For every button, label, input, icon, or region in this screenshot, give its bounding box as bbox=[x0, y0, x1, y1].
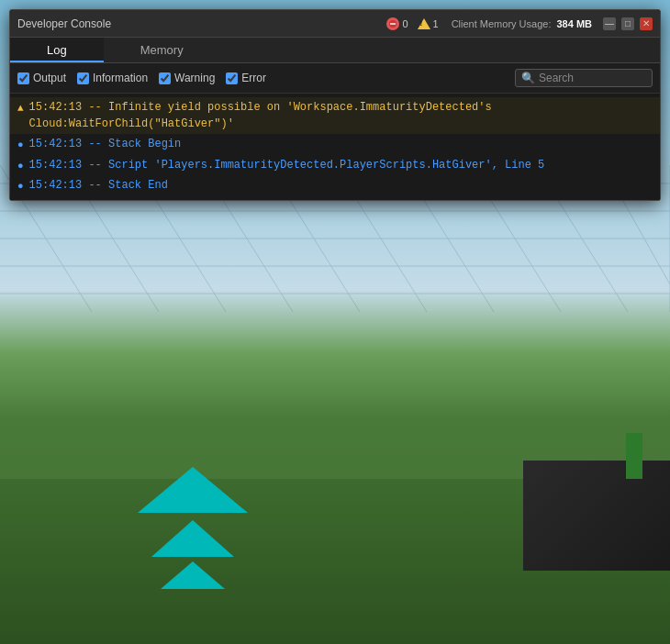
memory-info: 0 ! 1 Client Memory Usage: 384 MB bbox=[386, 17, 592, 30]
error-dot bbox=[386, 17, 399, 30]
close-button[interactable]: ✕ bbox=[640, 17, 653, 30]
memory-label: Client Memory Usage: bbox=[452, 18, 552, 29]
teal-triangles bbox=[138, 467, 248, 589]
log-text: 15:42:13 -- Script 'Players.ImmaturityDe… bbox=[29, 157, 545, 173]
search-box: 🔍 bbox=[515, 69, 653, 87]
developer-console: Developer Console 0 ! 1 Client Memory Us… bbox=[9, 9, 661, 201]
memory-value: 384 MB bbox=[556, 18, 592, 29]
search-icon: 🔍 bbox=[521, 72, 535, 84]
filter-bar: Output Information Warning Error 🔍 bbox=[10, 63, 660, 94]
triangle-top bbox=[138, 467, 248, 513]
filter-warning[interactable]: Warning bbox=[159, 72, 215, 84]
warning-triangle-icon: ! bbox=[418, 18, 430, 29]
log-text: 15:42:13 -- Stack End bbox=[29, 177, 168, 194]
log-entry: ▲15:42:13 -- Infinite yield possible on … bbox=[10, 97, 660, 134]
filter-output[interactable]: Output bbox=[17, 72, 66, 84]
triangle-mid bbox=[151, 520, 234, 557]
dark-platform bbox=[523, 461, 670, 571]
error-count: 0 bbox=[402, 18, 408, 29]
log-icon-info: ● bbox=[17, 138, 24, 153]
log-entry: ●15:42:13 -- Script 'Players.ImmaturityD… bbox=[10, 155, 660, 176]
log-text: 15:42:13 -- Infinite yield possible on '… bbox=[29, 99, 653, 132]
maximize-button[interactable]: □ bbox=[621, 17, 634, 30]
search-input[interactable] bbox=[539, 72, 646, 84]
log-icon-info: ● bbox=[17, 159, 24, 174]
tab-log[interactable]: Log bbox=[10, 38, 104, 62]
tab-memory[interactable]: Memory bbox=[104, 38, 220, 62]
log-area: ▲15:42:13 -- Infinite yield possible on … bbox=[10, 94, 660, 200]
log-icon-warning: ▲ bbox=[17, 101, 24, 117]
warning-count: 1 bbox=[433, 18, 439, 29]
log-icon-info: ● bbox=[17, 179, 24, 194]
log-entry: ●15:42:13 -- Stack Begin bbox=[10, 134, 660, 155]
window-controls: — □ ✕ bbox=[603, 17, 653, 30]
log-text: 15:42:13 -- Stack Begin bbox=[29, 136, 182, 152]
titlebar: Developer Console 0 ! 1 Client Memory Us… bbox=[10, 10, 660, 38]
triangle-bot bbox=[161, 561, 225, 589]
log-entry: ●15:42:13 -- Stack End bbox=[10, 175, 660, 196]
filter-information[interactable]: Information bbox=[77, 72, 148, 84]
platform-green-bar bbox=[626, 433, 642, 479]
tab-bar: Log Memory bbox=[10, 38, 660, 63]
console-title: Developer Console bbox=[17, 17, 386, 30]
minimize-button[interactable]: — bbox=[603, 17, 616, 30]
filter-error[interactable]: Error bbox=[226, 72, 266, 84]
